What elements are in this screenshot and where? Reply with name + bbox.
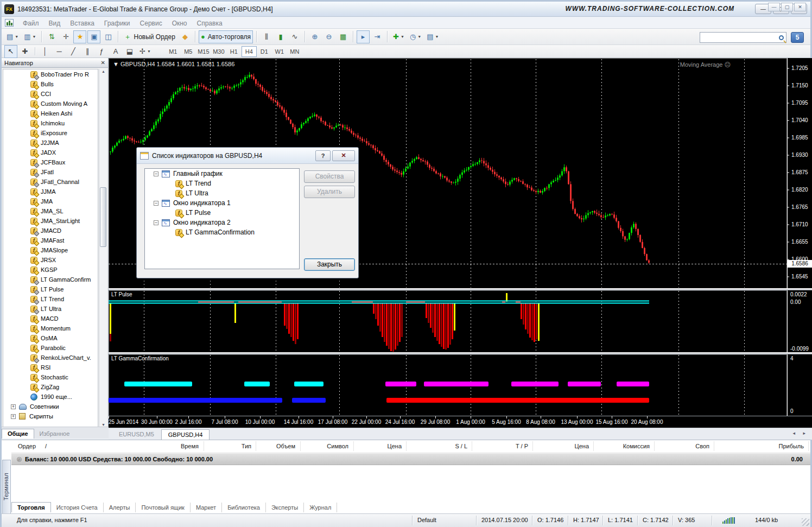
menu-item-Вид[interactable]: Вид — [44, 20, 66, 27]
navigator-item[interactable]: fJMASlope — [3, 245, 98, 255]
navigator-item[interactable]: +Советники — [3, 402, 98, 411]
navigator-scrollbar[interactable]: ▲ ▼ — [99, 69, 107, 427]
navigator-item[interactable]: fZigZag — [3, 382, 98, 392]
timeframe-M1[interactable]: M1 — [166, 46, 181, 57]
delete-button[interactable]: Удалить — [304, 186, 355, 198]
menu-item-Окно[interactable]: Окно — [167, 20, 192, 27]
navigator-item[interactable]: fLT Pulse — [3, 284, 98, 294]
channel-button[interactable]: ∥ — [81, 45, 94, 58]
terminal-side-tab[interactable]: Терминал — [2, 460, 11, 514]
expand-icon[interactable]: + — [11, 414, 16, 419]
auto-trading-button[interactable]: ●Авто-торговля — [199, 30, 253, 43]
indicator-tree-item[interactable]: fLT Ultra — [145, 188, 299, 198]
terminal-column-header[interactable]: Ордер/ВремяТипОбъемСимволЦенаS / LT / PЦ… — [11, 440, 810, 453]
navigator-item[interactable]: fLT Ultra — [3, 304, 98, 314]
navigator-item[interactable]: fiExposure — [3, 128, 98, 138]
terminal-tab-Почтовый ящик[interactable]: Почтовый ящик — [136, 503, 190, 512]
crosshair-button[interactable]: ✚ — [18, 45, 31, 58]
timeframe-W1[interactable]: W1 — [272, 46, 287, 57]
navigator-item[interactable]: fIchimoku — [3, 118, 98, 128]
fibonacci-button[interactable]: ƒ — [95, 45, 108, 58]
close-button[interactable]: Закрыть — [304, 258, 355, 271]
bar-chart-button[interactable]: ⫼ — [260, 30, 273, 43]
navigator-tab-Общие[interactable]: Общие — [2, 429, 34, 439]
subwindow-splitter[interactable] — [109, 288, 812, 290]
column-header-Цена[interactable]: Цена — [575, 443, 589, 449]
navigator-close-icon[interactable]: ✕ — [101, 60, 105, 66]
terminal-tab-Маркет[interactable]: Маркет — [191, 503, 222, 512]
menu-item-Графики[interactable]: Графики — [99, 20, 135, 27]
scroll-down-icon[interactable]: ▼ — [100, 423, 106, 427]
column-header-Своп[interactable]: Своп — [695, 443, 709, 449]
indicator-tree-item[interactable]: −Окно индикатора 1 — [145, 198, 299, 208]
navigator-item[interactable]: fCCI — [3, 89, 98, 99]
terminal-tab-Эксперты[interactable]: Эксперты — [266, 503, 304, 512]
zoom-out-button[interactable]: ⊖ — [322, 30, 335, 43]
mdi-close-button[interactable]: ✕ — [794, 3, 806, 11]
cursor-button[interactable]: ↖ — [4, 45, 17, 58]
column-header-Ордер[interactable]: Ордер — [18, 443, 36, 449]
column-header-Цена[interactable]: Цена — [388, 443, 402, 449]
terminal-tab-Библиотека[interactable]: Библиотека — [222, 503, 266, 512]
chart-shift-button[interactable]: ⇥ — [371, 30, 384, 43]
auto-scroll-button[interactable]: ▸ — [357, 30, 370, 43]
line-chart-button[interactable]: ∿ — [288, 30, 301, 43]
title-bar[interactable]: FX 184923531: MetaTrader - E-Global Trad… — [2, 2, 810, 17]
new-chart-button[interactable]: ▤▼ — [4, 30, 21, 43]
dialog-help-button[interactable]: ? — [315, 150, 331, 161]
candlestick-button[interactable]: ▮ — [274, 30, 287, 43]
indicator-tree-item[interactable]: −Окно индикатора 2 — [145, 218, 299, 227]
dialog-close-button[interactable]: ✕ — [332, 150, 355, 161]
navigator-item[interactable]: fParabolic — [3, 343, 98, 353]
indicator-tree-item[interactable]: −Главный график — [145, 169, 299, 179]
navigator-item[interactable]: fLT Trend — [3, 294, 98, 304]
column-header-T / P[interactable]: T / P — [516, 443, 528, 449]
column-header-Время[interactable]: Время — [181, 443, 199, 449]
navigator-item[interactable]: fJMACD — [3, 226, 98, 236]
navigator-item[interactable]: fJMA_StarLight — [3, 216, 98, 226]
label-button[interactable]: ⬓ — [123, 45, 136, 58]
chart-tab-GBPUSD,H4[interactable]: GBPUSD,H4 — [161, 429, 210, 440]
navigator-item[interactable]: fBoboTrader Pro R — [3, 69, 98, 79]
collapse-icon[interactable]: − — [154, 172, 158, 176]
text-button[interactable]: A — [109, 45, 122, 58]
metaeditor-button[interactable]: ◆ — [179, 30, 192, 43]
column-header-Объем[interactable]: Объем — [276, 443, 295, 449]
scrollbar-thumb[interactable] — [100, 187, 106, 247]
navigator-item[interactable]: fOsMA — [3, 333, 98, 343]
column-header-Прибыль[interactable]: Прибыль — [778, 443, 804, 449]
navigator-item[interactable]: fRenkoLiveChart_v. — [3, 353, 98, 363]
strategy-tester-button[interactable]: ◫ — [101, 30, 115, 43]
menu-item-Сервис[interactable]: Сервис — [135, 20, 167, 27]
new-order-button[interactable]: ＋Новый Ордер — [122, 30, 177, 43]
indicator-tree-item[interactable]: fLT Trend — [145, 179, 299, 188]
navigator-item[interactable]: fJJMA — [3, 187, 98, 196]
navigator-item[interactable]: fJFatl_Channal — [3, 177, 98, 187]
navigator-item[interactable]: fJFatl — [3, 167, 98, 177]
navigator-item[interactable]: fBulls — [3, 79, 98, 89]
data-window-button[interactable]: ✛ — [59, 30, 72, 43]
notification-badge[interactable]: 5 — [791, 32, 804, 43]
timeframe-H1[interactable]: H1 — [226, 46, 242, 57]
terminal-tab-История Счета[interactable]: История Счета — [51, 503, 104, 512]
terminal-tab-Торговля[interactable]: Торговля — [11, 502, 51, 512]
vline-button[interactable]: │ — [39, 45, 52, 58]
periods-button[interactable]: ◷▼ — [408, 30, 423, 43]
terminal-button[interactable]: ▣ — [87, 30, 100, 43]
navigator-item[interactable]: fMACD — [3, 314, 98, 323]
navigator-item[interactable]: fKGSP — [3, 265, 98, 275]
tile-windows-button[interactable]: ▦ — [337, 30, 350, 43]
column-header-Символ[interactable]: Символ — [327, 443, 348, 449]
scroll-up-icon[interactable]: ▲ — [100, 69, 106, 73]
terminal-tab-Алерты[interactable]: Алерты — [104, 503, 136, 512]
search-input[interactable] — [700, 32, 786, 43]
navigator-item[interactable]: fStochastic — [3, 372, 98, 382]
timeframe-D1[interactable]: D1 — [257, 46, 272, 57]
navigator-item[interactable]: fHeiken Ashi — [3, 109, 98, 118]
navigator-item[interactable]: fJ2JMA — [3, 138, 98, 148]
navigator-item[interactable]: fRSI — [3, 363, 98, 372]
hline-button[interactable]: ─ — [53, 45, 66, 58]
indicator-tree[interactable]: −Главный графикfLT TrendfLT Ultra−Окно и… — [144, 168, 300, 269]
timeframe-MN[interactable]: MN — [287, 46, 302, 57]
indicators-button[interactable]: ✚▼ — [391, 30, 407, 43]
